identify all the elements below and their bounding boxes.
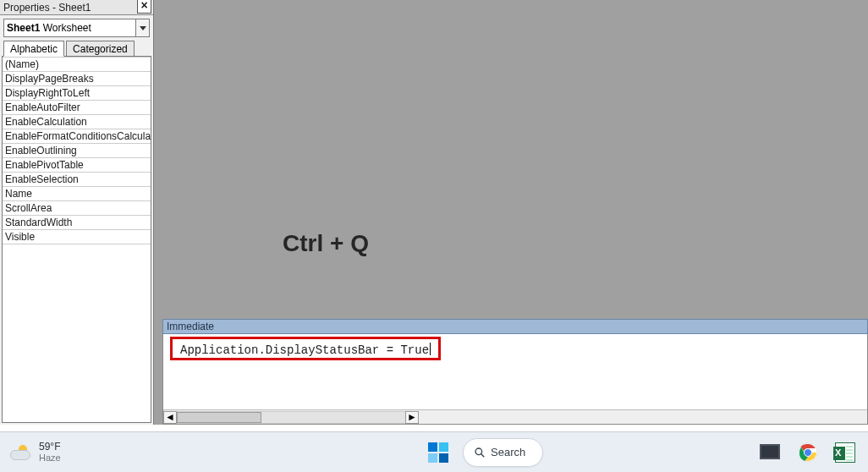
property-row[interactable]: DisplayRightToLeftFalse	[3, 86, 151, 101]
property-name: EnableFormatConditionsCalculation	[3, 129, 151, 144]
weather-text: 59°F Haze	[39, 442, 61, 463]
property-name: (Name)	[3, 58, 151, 72]
excel-icon	[835, 442, 855, 463]
weather-condition: Haze	[39, 453, 61, 463]
properties-title-text: Properties - Sheet1	[3, 2, 91, 14]
property-name: EnableCalculation	[3, 115, 151, 129]
taskbar-search-label: Search	[491, 446, 525, 458]
property-name: EnablePivotTable	[3, 158, 151, 173]
windows-logo-icon	[428, 442, 448, 463]
text-cursor	[430, 343, 431, 355]
property-name: StandardWidth	[3, 216, 151, 230]
property-name: EnableSelection	[3, 173, 151, 187]
properties-object-type: Worksheet	[43, 22, 91, 34]
search-icon	[474, 447, 486, 458]
properties-close-button[interactable]: ×	[137, 0, 151, 14]
task-view-icon	[762, 447, 779, 458]
property-row[interactable]: EnableCalculationTrue	[3, 115, 151, 129]
property-name: DisplayPageBreaks	[3, 72, 151, 86]
properties-object-name: Sheet1	[7, 22, 40, 34]
immediate-code-line[interactable]: Application.DisplayStatusBar = True	[180, 343, 431, 357]
chevron-down-icon	[140, 26, 146, 30]
taskbar-app-excel[interactable]	[832, 440, 858, 465]
property-name: ScrollArea	[3, 201, 151, 216]
svg-point-0	[475, 448, 482, 455]
properties-title-bar: Properties - Sheet1 ×	[0, 0, 153, 15]
property-row[interactable]: ScrollArea	[3, 201, 151, 216]
property-name: Visible	[3, 230, 151, 244]
property-row[interactable]: NameSheet1	[3, 187, 151, 201]
taskbar-search[interactable]: Search	[463, 438, 543, 467]
property-row[interactable]: EnablePivotTableFalse	[3, 158, 151, 173]
property-name: EnableAutoFilter	[3, 101, 151, 115]
property-row[interactable]: (Name)Sheet1	[3, 58, 151, 72]
weather-icon	[10, 443, 32, 462]
property-name: Name	[3, 187, 151, 201]
tab-alphabetic[interactable]: Alphabetic	[3, 41, 64, 57]
properties-object-dropdown[interactable]	[135, 19, 149, 36]
properties-grid: (Name)Sheet1DisplayPageBreaksFalseDispla…	[2, 56, 151, 423]
start-button[interactable]	[426, 440, 451, 465]
property-name: DisplayRightToLeft	[3, 86, 151, 101]
immediate-title-bar: Immediate	[162, 319, 868, 334]
property-row[interactable]: EnableAutoFilterFalse	[3, 101, 151, 115]
svg-line-1	[481, 453, 485, 457]
immediate-h-scrollbar[interactable]: ◄ ►	[163, 409, 867, 424]
taskbar-app-chrome[interactable]	[795, 440, 821, 465]
tab-categorized[interactable]: Categorized	[66, 41, 135, 57]
properties-tabs: Alphabetic Categorized	[3, 41, 150, 57]
immediate-body[interactable]: Application.DisplayStatusBar = True ◄ ►	[162, 334, 868, 425]
properties-object-selector[interactable]: Sheet1 Worksheet	[3, 19, 150, 37]
keyboard-shortcut-overlay: Ctrl + Q	[283, 230, 369, 257]
weather-temp: 59°F	[39, 442, 61, 453]
property-row[interactable]: EnableSelection0 - xlNoRestrictions	[3, 173, 151, 187]
task-view-button[interactable]	[758, 440, 783, 465]
scroll-left-button[interactable]: ◄	[163, 411, 177, 424]
scroll-track[interactable]	[177, 411, 405, 424]
property-row[interactable]: EnableFormatConditionsCalculationTrue	[3, 129, 151, 144]
property-row[interactable]: StandardWidth8.43	[3, 216, 151, 230]
property-row[interactable]: DisplayPageBreaksFalse	[3, 72, 151, 86]
properties-pane: Properties - Sheet1 × Sheet1 Worksheet A…	[0, 0, 154, 425]
chrome-icon	[798, 442, 818, 463]
taskbar-weather-widget[interactable]: 59°F Haze	[10, 442, 61, 463]
property-row[interactable]: Visible-1 - xlSheetVisible	[3, 230, 151, 244]
scroll-right-button[interactable]: ►	[405, 411, 419, 424]
property-name: EnableOutlining	[3, 144, 151, 158]
property-row[interactable]: EnableOutliningFalse	[3, 144, 151, 158]
taskbar: 59°F Haze Search	[0, 431, 868, 472]
scroll-thumb[interactable]	[177, 412, 261, 423]
immediate-window: Immediate Application.DisplayStatusBar =…	[162, 319, 868, 425]
immediate-code-text: Application.DisplayStatusBar = True	[180, 343, 429, 357]
